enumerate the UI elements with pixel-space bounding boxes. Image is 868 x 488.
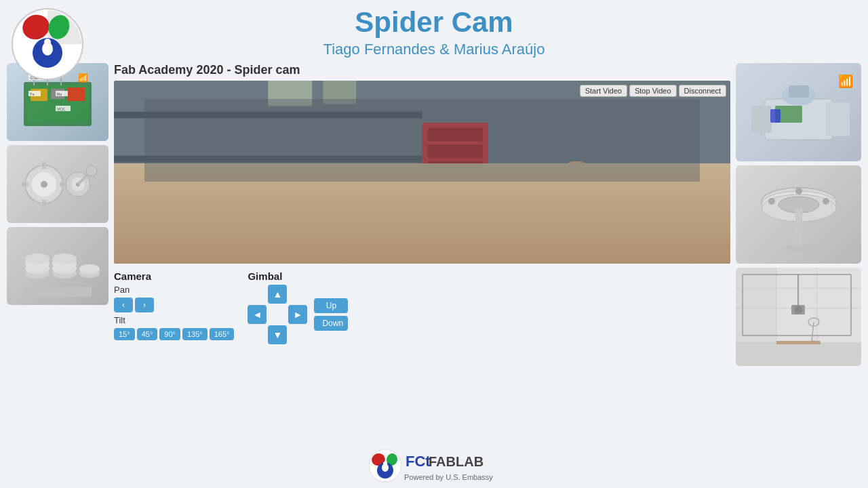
main-content: 📶 GND Tx Rx VCC <box>0 63 868 366</box>
right-sidebar: 📶 <box>736 63 861 366</box>
fct-fablab-logo: FCt FABLAB Powered by U.S. Embassy <box>366 447 502 485</box>
gimbal-left-button[interactable]: ◄ <box>248 305 267 324</box>
svg-text:Tx: Tx <box>30 92 35 96</box>
gimbal-down-named-button[interactable]: Down <box>314 316 348 331</box>
svg-rect-51 <box>114 156 422 163</box>
svg-rect-79 <box>770 109 781 123</box>
svg-rect-58 <box>428 128 483 141</box>
footer-logo-area: FCt FABLAB Powered by U.S. Embassy <box>366 447 502 485</box>
svg-rect-57 <box>422 123 488 200</box>
tilt-buttons: 15°45°90°135°165° <box>114 328 234 340</box>
svg-text:FCt: FCt <box>406 453 431 470</box>
left-sidebar: 📶 GND Tx Rx VCC <box>7 63 108 366</box>
svg-rect-68 <box>559 260 593 264</box>
header: Spider Cam Tiago Fernandes & Marius Araú… <box>0 0 868 62</box>
gimbal-pad-area: ▲ ◄ ► ▼ Up Down <box>248 285 348 344</box>
tilt-90°-button[interactable]: 90° <box>159 328 180 340</box>
svg-rect-75 <box>826 102 850 136</box>
svg-point-112 <box>383 462 387 466</box>
svg-point-88 <box>823 198 829 205</box>
start-video-button[interactable]: Start Video <box>580 85 627 97</box>
svg-text:VCC: VCC <box>57 107 66 111</box>
controls-row: Camera Pan ‹ › Tilt 15°45°90°135°165° Gi… <box>114 270 730 344</box>
gimbal-up-named-button[interactable]: Up <box>314 298 348 313</box>
svg-rect-67 <box>554 205 598 260</box>
gimbal-up-down-buttons: Up Down <box>314 298 348 331</box>
svg-rect-85 <box>795 208 802 249</box>
svg-rect-28 <box>42 200 46 207</box>
video-container: Start Video Stop Video Disconnect <box>114 81 730 264</box>
gimbal-down-button[interactable]: ▼ <box>268 325 287 344</box>
svg-point-5 <box>44 39 51 45</box>
footer: FCt FABLAB Powered by U.S. Embassy <box>366 447 502 485</box>
gimbal-label: Gimbal <box>248 270 348 282</box>
tilt-165°-button[interactable]: 165° <box>210 328 235 340</box>
svg-rect-63 <box>224 205 642 264</box>
gimbal-dpad: ▲ ◄ ► ▼ <box>248 285 307 344</box>
tilt-45°-button[interactable]: 45° <box>137 328 158 340</box>
svg-rect-71 <box>499 195 559 233</box>
pan-right-button[interactable]: › <box>135 298 154 312</box>
svg-rect-50 <box>114 112 422 119</box>
svg-rect-74 <box>751 106 772 133</box>
svg-point-44 <box>52 253 77 264</box>
svg-text:Powered by U.S. Embassy: Powered by U.S. Embassy <box>404 473 493 481</box>
svg-rect-62 <box>224 205 642 211</box>
svg-point-46 <box>79 264 100 274</box>
camera-label: Camera <box>114 270 234 282</box>
thumbnail-ring-assembly <box>736 165 861 264</box>
thumbnail-gears <box>7 145 108 223</box>
fab-academy-title: Fab Academy 2020 - Spider cam <box>114 63 730 77</box>
stop-video-button[interactable]: Stop Video <box>629 85 677 97</box>
svg-point-89 <box>795 188 802 195</box>
gimbal-controls-group: Gimbal ▲ ◄ ► ▼ <box>248 270 348 344</box>
svg-rect-55 <box>268 81 312 106</box>
disconnect-button[interactable]: Disconnect <box>679 85 726 97</box>
camera-controls: Camera Pan ‹ › Tilt 15°45°90°135°165° <box>114 270 234 340</box>
page-subtitle: Tiago Fernandes & Marius Araújo <box>0 41 868 58</box>
svg-point-26 <box>41 181 47 188</box>
top-logo <box>10 7 85 81</box>
pan-left-button[interactable]: ‹ <box>114 298 133 312</box>
svg-rect-27 <box>42 162 46 169</box>
svg-rect-11 <box>68 87 85 101</box>
svg-rect-29 <box>22 182 28 186</box>
video-scene <box>114 81 730 264</box>
svg-text:FABLAB: FABLAB <box>429 454 484 469</box>
svg-rect-60 <box>428 161 483 174</box>
thumbnail-coils <box>7 227 108 305</box>
svg-point-40 <box>25 253 50 264</box>
svg-rect-59 <box>428 145 483 158</box>
svg-rect-77 <box>789 85 809 98</box>
center-panel: Fab Academy 2020 - Spider cam <box>114 63 730 366</box>
svg-rect-36 <box>24 287 92 297</box>
svg-rect-86 <box>785 245 812 251</box>
pan-label: Pan <box>114 285 234 295</box>
svg-rect-47 <box>114 81 730 264</box>
svg-point-66 <box>554 161 598 205</box>
svg-text:Rx: Rx <box>57 92 62 96</box>
gimbal-up-button[interactable]: ▲ <box>268 285 287 304</box>
tilt-15°-button[interactable]: 15° <box>114 328 135 340</box>
svg-point-35 <box>86 165 97 176</box>
thumbnail-room-render <box>736 268 861 366</box>
video-buttons: Start Video Stop Video Disconnect <box>580 85 726 97</box>
pan-buttons: ‹ › <box>114 298 234 312</box>
tilt-label: Tilt <box>114 315 234 325</box>
svg-rect-61 <box>114 200 730 264</box>
svg-rect-72 <box>501 197 557 227</box>
tilt-135°-button[interactable]: 135° <box>182 328 208 340</box>
svg-rect-48 <box>114 81 730 200</box>
thumbnail-cam-assembly: 📶 <box>736 63 861 161</box>
svg-rect-64 <box>334 178 422 211</box>
svg-text:📶: 📶 <box>838 74 854 89</box>
svg-rect-56 <box>323 81 356 104</box>
gimbal-right-button[interactable]: ► <box>288 305 307 324</box>
svg-point-104 <box>794 306 802 314</box>
page-title: Spider Cam <box>0 7 868 38</box>
svg-rect-65 <box>444 183 510 211</box>
svg-point-87 <box>768 198 775 205</box>
